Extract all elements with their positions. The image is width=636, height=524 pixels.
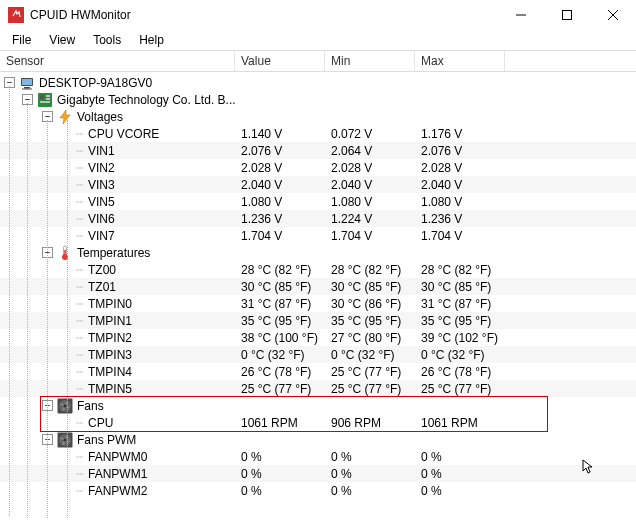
- sensor-value: 0 %: [235, 467, 325, 481]
- sensor-row[interactable]: ┈ VIN2 2.028 V 2.028 V 2.028 V: [0, 159, 636, 176]
- sensor-value: 30 °C (85 °F): [235, 280, 325, 294]
- col-sensor[interactable]: Sensor: [0, 51, 235, 71]
- sensor-value: 1061 RPM: [235, 416, 325, 430]
- sensor-name: TZ00: [88, 263, 120, 277]
- svg-rect-1: [563, 10, 572, 19]
- sensor-value: 38 °C (100 °F): [235, 331, 325, 345]
- tree-toggle[interactable]: −: [42, 247, 53, 258]
- sensor-max: 35 °C (95 °F): [415, 314, 505, 328]
- svg-marker-13: [60, 110, 70, 124]
- sensor-min: 1.704 V: [325, 229, 415, 243]
- sensor-row[interactable]: ┈ VIN3 2.040 V 2.040 V 2.040 V: [0, 176, 636, 193]
- temp-icon: [57, 245, 73, 261]
- sensor-name: FANPWM1: [88, 467, 151, 481]
- sensor-max: 1.176 V: [415, 127, 505, 141]
- tree-toggle[interactable]: −: [42, 111, 53, 122]
- app-icon: [8, 7, 24, 23]
- tree-leaf-connector: ┈: [76, 212, 88, 226]
- minimize-button[interactable]: [498, 0, 544, 30]
- sensor-name: VIN5: [88, 195, 119, 209]
- svg-rect-7: [22, 88, 32, 89]
- tree-root[interactable]: − DESKTOP-9A18GV0: [0, 74, 636, 91]
- sensor-min: 0.072 V: [325, 127, 415, 141]
- sensor-name: VIN7: [88, 229, 119, 243]
- sensor-min: 35 °C (95 °F): [325, 314, 415, 328]
- tree-leaf-connector: ┈: [76, 348, 88, 362]
- menubar: File View Tools Help: [0, 30, 636, 50]
- sensor-value: 1.080 V: [235, 195, 325, 209]
- tree-mobo[interactable]: − Gigabyte Technology Co. Ltd. B...: [0, 91, 636, 108]
- sensor-row[interactable]: ┈ TMPIN3 0 °C (32 °F) 0 °C (32 °F) 0 °C …: [0, 346, 636, 363]
- sensor-name: TMPIN3: [88, 348, 136, 362]
- sensor-row[interactable]: ┈ TZ01 30 °C (85 °F) 30 °C (85 °F) 30 °C…: [0, 278, 636, 295]
- group-temperatures[interactable]: − Temperatures: [0, 244, 636, 261]
- sensor-max: 1061 RPM: [415, 416, 505, 430]
- sensor-max: 2.076 V: [415, 144, 505, 158]
- menu-view[interactable]: View: [41, 31, 83, 49]
- tree-toggle[interactable]: −: [42, 400, 53, 411]
- tree-leaf-connector: ┈: [76, 382, 88, 396]
- sensor-tree[interactable]: − DESKTOP-9A18GV0 − Gigabyte Technology …: [0, 72, 636, 499]
- sensor-row[interactable]: ┈ VIN1 2.076 V 2.064 V 2.076 V: [0, 142, 636, 159]
- sensor-max: 0 %: [415, 484, 505, 498]
- menu-file[interactable]: File: [4, 31, 39, 49]
- sensor-min: 0 %: [325, 467, 415, 481]
- tree-label: Gigabyte Technology Co. Ltd. B...: [57, 93, 240, 107]
- sensor-name: VIN6: [88, 212, 119, 226]
- sensor-row[interactable]: ┈ VIN6 1.236 V 1.224 V 1.236 V: [0, 210, 636, 227]
- col-min[interactable]: Min: [325, 51, 415, 71]
- fan-icon: [57, 432, 73, 448]
- sensor-value: 1.140 V: [235, 127, 325, 141]
- sensor-row[interactable]: ┈ TMPIN0 31 °C (87 °F) 30 °C (86 °F) 31 …: [0, 295, 636, 312]
- sensor-min: 2.064 V: [325, 144, 415, 158]
- sensor-row[interactable]: ┈ VIN5 1.080 V 1.080 V 1.080 V: [0, 193, 636, 210]
- sensor-row[interactable]: ┈ CPU 1061 RPM 906 RPM 1061 RPM: [0, 414, 636, 431]
- col-value[interactable]: Value: [235, 51, 325, 71]
- sensor-row[interactable]: ┈ TMPIN5 25 °C (77 °F) 25 °C (77 °F) 25 …: [0, 380, 636, 397]
- tree-toggle[interactable]: −: [42, 434, 53, 445]
- tree-leaf-connector: ┈: [76, 297, 88, 311]
- sensor-name: VIN1: [88, 144, 119, 158]
- sensor-value: 0 °C (32 °F): [235, 348, 325, 362]
- tree-leaf-connector: ┈: [76, 365, 88, 379]
- group-fanspwm[interactable]: − Fans PWM: [0, 431, 636, 448]
- sensor-min: 2.040 V: [325, 178, 415, 192]
- svg-rect-16: [64, 250, 66, 256]
- sensor-max: 2.040 V: [415, 178, 505, 192]
- sensor-max: 30 °C (85 °F): [415, 280, 505, 294]
- volt-icon: [57, 109, 73, 125]
- sensor-value: 2.040 V: [235, 178, 325, 192]
- tree-toggle[interactable]: −: [22, 94, 33, 105]
- tree-label: DESKTOP-9A18GV0: [39, 76, 156, 90]
- sensor-value: 2.028 V: [235, 161, 325, 175]
- sensor-min: 906 RPM: [325, 416, 415, 430]
- svg-point-22: [64, 438, 67, 441]
- menu-help[interactable]: Help: [131, 31, 172, 49]
- sensor-name: FANPWM0: [88, 450, 151, 464]
- sensor-row[interactable]: ┈ TZ00 28 °C (82 °F) 28 °C (82 °F) 28 °C…: [0, 261, 636, 278]
- sensor-max: 2.028 V: [415, 161, 505, 175]
- sensor-min: 30 °C (86 °F): [325, 297, 415, 311]
- sensor-min: 1.080 V: [325, 195, 415, 209]
- sensor-name: VIN2: [88, 161, 119, 175]
- sensor-row[interactable]: ┈ TMPIN4 26 °C (78 °F) 25 °C (77 °F) 26 …: [0, 363, 636, 380]
- sensor-name: TZ01: [88, 280, 120, 294]
- maximize-button[interactable]: [544, 0, 590, 30]
- svg-rect-9: [40, 95, 44, 99]
- menu-tools[interactable]: Tools: [85, 31, 129, 49]
- titlebar[interactable]: CPUID HWMonitor: [0, 0, 636, 30]
- close-button[interactable]: [590, 0, 636, 30]
- sensor-row[interactable]: ┈ TMPIN2 38 °C (100 °F) 27 °C (80 °F) 39…: [0, 329, 636, 346]
- sensor-max: 1.236 V: [415, 212, 505, 226]
- sensor-row[interactable]: ┈ VIN7 1.704 V 1.704 V 1.704 V: [0, 227, 636, 244]
- sensor-row[interactable]: ┈ FANPWM2 0 % 0 % 0 %: [0, 482, 636, 499]
- tree-toggle[interactable]: −: [4, 77, 15, 88]
- sensor-row[interactable]: ┈ CPU VCORE 1.140 V 0.072 V 1.176 V: [0, 125, 636, 142]
- sensor-max: 25 °C (77 °F): [415, 382, 505, 396]
- sensor-row[interactable]: ┈ FANPWM1 0 % 0 % 0 %: [0, 465, 636, 482]
- group-voltages[interactable]: − Voltages: [0, 108, 636, 125]
- col-max[interactable]: Max: [415, 51, 505, 71]
- group-fans[interactable]: − Fans: [0, 397, 636, 414]
- sensor-row[interactable]: ┈ TMPIN1 35 °C (95 °F) 35 °C (95 °F) 35 …: [0, 312, 636, 329]
- sensor-row[interactable]: ┈ FANPWM0 0 % 0 % 0 %: [0, 448, 636, 465]
